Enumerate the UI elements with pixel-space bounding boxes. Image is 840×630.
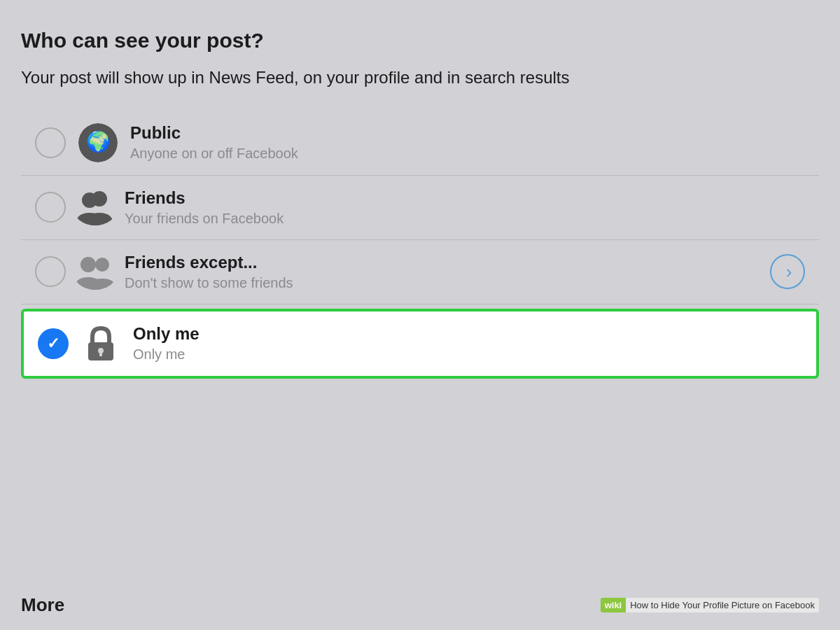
chevron-button[interactable]: › [770,254,805,289]
page-title: Who can see your post? [21,28,819,53]
public-icon: 🌍 [78,123,118,162]
wiki-text: How to Hide Your Profile Picture on Face… [626,598,819,612]
option-public[interactable]: 🌍 Public Anyone on or off Facebook [21,111,819,176]
public-desc: Anyone on or off Facebook [130,146,805,162]
friends-except-label: Friends except... [125,253,770,272]
radio-friends[interactable] [35,192,66,223]
option-only-me[interactable]: Only me Only me [21,309,819,379]
option-friends-except[interactable]: Friends except... Don't show to some fri… [21,240,819,304]
chevron-right-icon: › [786,261,792,283]
svg-point-4 [95,258,109,272]
friends-except-desc: Don't show to some friends [125,275,770,291]
footer-bar: More wiki How to Hide Your Profile Pictu… [0,580,840,630]
only-me-text: Only me Only me [133,324,802,363]
friends-except-icon-wrapper [73,253,118,290]
options-list: 🌍 Public Anyone on or off Facebook [21,111,819,580]
radio-friends-except[interactable] [35,256,66,287]
page-subtitle: Your post will show up in News Feed, on … [21,66,819,90]
public-text: Public Anyone on or off Facebook [130,123,805,162]
lock-icon [81,324,120,363]
radio-public[interactable] [35,127,66,158]
wiki-badge: wiki How to Hide Your Profile Picture on… [601,598,819,612]
option-friends[interactable]: Friends Your friends on Facebook [21,176,819,240]
svg-text:🌍: 🌍 [86,130,111,153]
friends-text: Friends Your friends on Facebook [125,188,805,227]
friends-label: Friends [125,188,805,208]
only-me-desc: Only me [133,346,802,363]
friends-icon-wrapper [73,189,118,225]
more-label[interactable]: More [21,594,64,616]
radio-only-me[interactable] [38,328,69,359]
only-me-label: Only me [133,324,802,344]
friends-except-text: Friends except... Don't show to some fri… [125,253,770,291]
svg-point-5 [80,257,96,272]
wiki-tag: wiki [601,598,626,612]
friends-desc: Your friends on Facebook [125,211,805,227]
svg-point-3 [82,192,97,208]
svg-rect-8 [99,351,102,356]
public-label: Public [130,123,805,143]
main-container: Who can see your post? Your post will sh… [0,0,840,580]
